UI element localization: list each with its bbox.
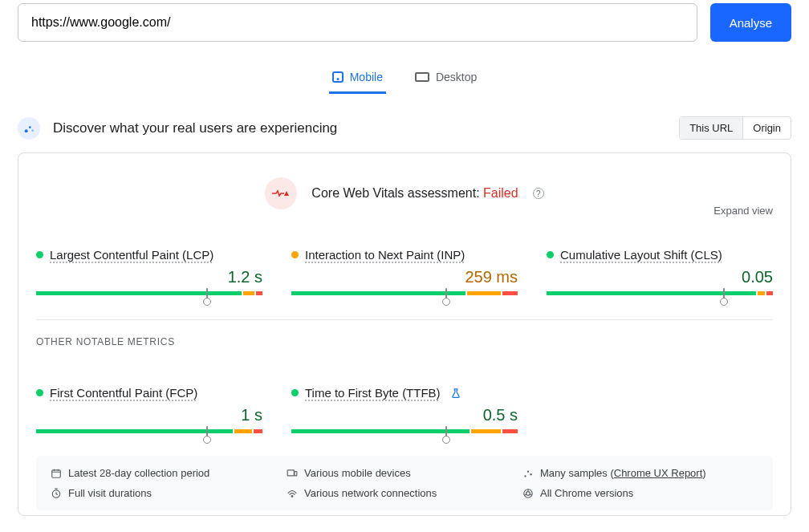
device-tabs: Mobile Desktop xyxy=(18,64,791,94)
tab-mobile-label: Mobile xyxy=(350,71,383,83)
info-durations: Full visit durations xyxy=(51,487,287,499)
metric-cls-name: Cumulative Layout Shift (CLS) xyxy=(560,248,722,262)
info-connections: Various network connections xyxy=(287,487,522,499)
status-dot-icon xyxy=(547,251,554,258)
metric-inp-name: Interaction to Next Paint (INP) xyxy=(305,248,465,262)
metric-cls-value: 0.05 xyxy=(547,268,773,286)
chrome-icon xyxy=(522,488,534,499)
assessment-label: Core Web Vitals assessment: xyxy=(311,186,479,200)
help-icon[interactable]: ? xyxy=(533,188,544,199)
svg-rect-5 xyxy=(295,471,297,475)
metric-ttfb-bar xyxy=(291,429,518,433)
info-samples: Many samples (Chrome UX Report) xyxy=(522,467,758,479)
url-input[interactable] xyxy=(18,3,697,42)
svg-rect-3 xyxy=(52,469,61,477)
svg-point-6 xyxy=(524,475,526,477)
vitals-card: Core Web Vitals assessment: Failed ? Exp… xyxy=(18,152,791,516)
marker-icon xyxy=(445,426,447,437)
metric-fcp[interactable]: First Contentful Paint (FCP) 1 s xyxy=(36,386,262,433)
svg-rect-4 xyxy=(287,469,294,475)
metric-ttfb[interactable]: Time to First Byte (TTFB) 0.5 s xyxy=(291,386,518,433)
marker-icon xyxy=(723,288,725,299)
flask-icon xyxy=(450,388,461,399)
svg-point-12 xyxy=(526,491,531,495)
assessment-title: Core Web Vitals assessment: Failed xyxy=(311,186,518,201)
marker-icon xyxy=(445,288,447,299)
svg-point-0 xyxy=(25,129,28,132)
metric-inp-value: 259 ms xyxy=(291,268,518,286)
network-icon xyxy=(287,488,298,499)
info-versions: All Chrome versions xyxy=(522,487,758,499)
info-devices: Various mobile devices xyxy=(287,467,522,479)
other-metrics-heading: OTHER NOTABLE METRICS xyxy=(36,336,773,347)
metric-cls-bar xyxy=(547,291,773,295)
scatter-icon xyxy=(522,468,534,479)
discover-icon xyxy=(18,117,40,140)
info-period: Latest 28-day collection period xyxy=(51,467,287,479)
metric-inp-bar xyxy=(291,291,518,295)
svg-point-7 xyxy=(527,470,529,472)
metric-lcp-value: 1.2 s xyxy=(36,268,262,286)
metric-inp[interactable]: Interaction to Next Paint (INP) 259 ms xyxy=(291,248,518,295)
separator xyxy=(36,319,773,320)
assessment-status: Failed xyxy=(483,186,518,200)
tab-desktop[interactable]: Desktop xyxy=(412,64,480,94)
status-dot-icon xyxy=(291,389,299,396)
crux-report-link[interactable]: Chrome UX Report xyxy=(614,467,703,479)
analyse-button[interactable]: Analyse xyxy=(710,3,791,42)
url-origin-toggle: This URL Origin xyxy=(679,116,791,140)
fail-icon xyxy=(265,177,297,209)
metric-fcp-bar xyxy=(36,429,262,433)
marker-icon xyxy=(206,288,208,299)
collection-info: Latest 28-day collection period Various … xyxy=(36,456,773,510)
toggle-origin[interactable]: Origin xyxy=(742,117,791,139)
discover-title: Discover what your real users are experi… xyxy=(53,120,666,136)
metric-cls[interactable]: Cumulative Layout Shift (CLS) 0.05 xyxy=(547,248,773,295)
devices-icon xyxy=(287,468,298,479)
metric-lcp[interactable]: Largest Contentful Paint (LCP) 1.2 s xyxy=(36,248,262,295)
expand-view-link[interactable]: Expand view xyxy=(713,205,773,217)
calendar-icon xyxy=(51,468,62,479)
status-dot-icon xyxy=(291,251,299,258)
desktop-icon xyxy=(415,72,429,82)
svg-point-10 xyxy=(291,495,293,497)
svg-point-8 xyxy=(530,473,531,475)
toggle-this-url[interactable]: This URL xyxy=(680,117,742,139)
metric-ttfb-value: 0.5 s xyxy=(291,406,518,424)
marker-icon xyxy=(206,426,208,437)
status-dot-icon xyxy=(36,389,43,396)
svg-point-1 xyxy=(29,126,31,128)
status-dot-icon xyxy=(36,251,43,258)
mobile-icon xyxy=(332,71,344,83)
timer-icon xyxy=(51,488,62,499)
tab-desktop-label: Desktop xyxy=(436,71,477,83)
tab-mobile[interactable]: Mobile xyxy=(329,64,386,94)
metric-lcp-bar xyxy=(36,291,262,295)
svg-point-2 xyxy=(31,129,34,132)
metric-ttfb-name: Time to First Byte (TTFB) xyxy=(305,386,441,400)
metric-fcp-value: 1 s xyxy=(36,406,262,424)
metric-fcp-name: First Contentful Paint (FCP) xyxy=(50,386,197,400)
metric-lcp-name: Largest Contentful Paint (LCP) xyxy=(50,248,213,262)
